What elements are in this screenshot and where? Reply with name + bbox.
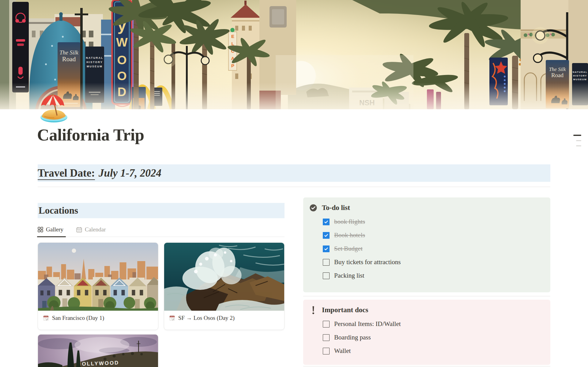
checkbox-icon[interactable] xyxy=(323,219,330,225)
checkbox-icon[interactable] xyxy=(323,245,330,252)
checkbox-icon[interactable] xyxy=(323,321,330,328)
todo-item-label: Packing list xyxy=(334,272,364,279)
svg-text:W: W xyxy=(116,36,128,49)
exclamation-icon xyxy=(309,305,317,315)
divider xyxy=(303,296,550,296)
todo-item[interactable]: Set Budget xyxy=(323,244,543,253)
checkbox-icon[interactable] xyxy=(323,334,330,341)
svg-text:L: L xyxy=(231,41,234,46)
svg-text:HISTORY: HISTORY xyxy=(86,61,103,64)
tear-off-calendar-icon xyxy=(43,315,49,321)
travel-date-block[interactable]: Travel Date: July 1-7, 2024 xyxy=(38,164,550,182)
checkbox-icon[interactable] xyxy=(323,272,330,279)
svg-text:NATURAL: NATURAL xyxy=(86,56,104,59)
docs-item[interactable]: Wallet xyxy=(323,346,543,356)
card-title: San Francisco (Day 1) xyxy=(52,315,104,321)
svg-text:O: O xyxy=(117,69,126,83)
calendar-icon xyxy=(76,227,82,233)
todo-callout-title: To-do list xyxy=(322,204,350,212)
travel-date-label: Travel Date: xyxy=(38,167,95,179)
todo-item[interactable]: book flights xyxy=(323,217,543,227)
card-image-hollywood: HOLLYWOOD xyxy=(38,335,158,367)
svg-text:Road: Road xyxy=(62,55,76,63)
tab-gallery-label: Gallery xyxy=(46,226,63,233)
todo-item-label: Set Budget xyxy=(334,245,363,253)
tab-gallery[interactable]: Gallery xyxy=(38,223,63,237)
gallery-view: San Francisco (Day 1) xyxy=(38,242,285,367)
divider xyxy=(303,366,550,366)
toc-line[interactable] xyxy=(576,140,581,141)
docs-item-label: Boarding pass xyxy=(334,334,371,341)
important-docs-callout[interactable]: Important docs Personal Items: ID/Wallet… xyxy=(303,300,550,365)
todo-callout[interactable]: To-do list book flights Book hotels Set … xyxy=(303,197,550,292)
table-of-contents-indicator[interactable] xyxy=(573,135,581,146)
card-image-san-francisco xyxy=(38,243,158,311)
checkbox-icon[interactable] xyxy=(323,232,330,239)
card-caption: San Francisco (Day 1) xyxy=(38,311,158,330)
todo-item[interactable]: Book hotels xyxy=(323,230,543,240)
docs-item-label: Wallet xyxy=(334,347,351,355)
card-caption: SF → Los Osos (Day 2) xyxy=(164,311,284,330)
gallery-card-san-francisco[interactable]: San Francisco (Day 1) xyxy=(38,242,158,330)
svg-text:The Silk: The Silk xyxy=(59,49,78,56)
svg-text:Road: Road xyxy=(551,72,564,78)
check-circle-icon xyxy=(309,203,317,212)
card-title: SF → Los Osos (Day 2) xyxy=(178,315,235,321)
page-title[interactable]: California Trip xyxy=(37,125,144,145)
toc-line-active[interactable] xyxy=(573,135,581,136)
docs-item[interactable]: Boarding pass xyxy=(323,333,543,342)
todo-item-label: Buy tickets for attractions xyxy=(334,258,401,266)
tab-calendar-label: Calendar xyxy=(85,226,106,233)
locations-heading[interactable]: Locations xyxy=(38,203,285,218)
svg-text:HISTORY: HISTORY xyxy=(573,74,587,77)
beach-with-umbrella-icon xyxy=(38,92,69,124)
travel-date-value: July 1-7, 2024 xyxy=(99,167,161,179)
page-icon[interactable] xyxy=(38,92,69,124)
docs-callout-title: Important docs xyxy=(322,306,368,314)
cover-art: NSH xyxy=(0,0,588,109)
tear-off-calendar-icon xyxy=(169,315,175,321)
checkbox-icon[interactable] xyxy=(323,348,330,354)
svg-text:MUSEUM: MUSEUM xyxy=(573,78,587,81)
svg-text:The Silk: The Silk xyxy=(549,66,566,72)
gallery-card-hollywood[interactable]: HOLLYWOOD xyxy=(38,334,158,367)
svg-text:P: P xyxy=(231,63,234,68)
docs-item-label: Personal Items: ID/Wallet xyxy=(334,320,401,328)
todo-item-label: book flights xyxy=(334,218,365,226)
todo-callout-title-row: To-do list xyxy=(309,203,543,213)
svg-text:E: E xyxy=(231,34,234,39)
docs-item[interactable]: Personal Items: ID/Wallet xyxy=(323,319,543,329)
cover-image[interactable]: NSH xyxy=(0,0,588,109)
tab-calendar[interactable]: Calendar xyxy=(76,223,106,237)
checkbox-icon[interactable] xyxy=(323,259,330,266)
card-image-ocean xyxy=(164,243,284,311)
svg-text:NATURAL: NATURAL xyxy=(573,71,588,73)
todo-item[interactable]: Buy tickets for attractions xyxy=(323,257,543,267)
toc-line[interactable] xyxy=(576,145,581,146)
view-tabs: Gallery Calendar xyxy=(38,223,285,237)
svg-text:MUSEUM: MUSEUM xyxy=(87,65,103,68)
docs-callout-title-row: Important docs xyxy=(309,305,543,315)
todo-item-label: Book hotels xyxy=(334,231,365,239)
svg-text:O: O xyxy=(117,53,126,67)
todo-item[interactable]: Packing list xyxy=(323,271,543,280)
gallery-card-sf-los-osos[interactable]: SF → Los Osos (Day 2) xyxy=(164,242,285,330)
grid-icon xyxy=(38,227,43,232)
divider xyxy=(38,187,550,187)
